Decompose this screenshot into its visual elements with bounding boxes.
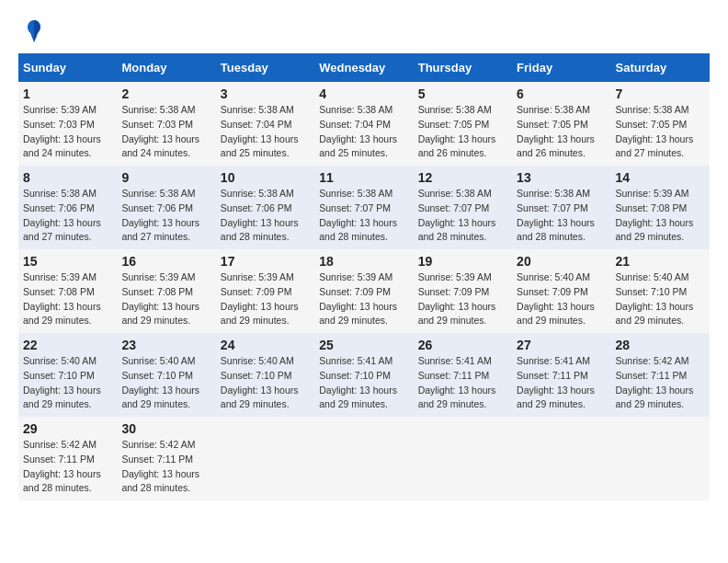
day-detail: Sunrise: 5:41 AMSunset: 7:11 PMDaylight:… bbox=[517, 355, 595, 409]
day-detail: Sunrise: 5:39 AMSunset: 7:03 PMDaylight:… bbox=[23, 104, 101, 158]
day-detail: Sunrise: 5:38 AMSunset: 7:04 PMDaylight:… bbox=[221, 104, 299, 158]
calendar-cell: 12 Sunrise: 5:38 AMSunset: 7:07 PMDaylig… bbox=[414, 166, 512, 249]
calendar-cell: 25 Sunrise: 5:41 AMSunset: 7:10 PMDaylig… bbox=[314, 333, 413, 417]
day-number: 30 bbox=[121, 421, 210, 436]
day-number: 28 bbox=[616, 338, 705, 352]
day-number: 23 bbox=[121, 338, 210, 352]
page-header bbox=[18, 18, 710, 44]
day-number: 1 bbox=[23, 86, 112, 101]
day-detail: Sunrise: 5:38 AMSunset: 7:05 PMDaylight:… bbox=[418, 104, 496, 158]
calendar-cell: 26 Sunrise: 5:41 AMSunset: 7:11 PMDaylig… bbox=[414, 333, 512, 417]
calendar-cell: 21 Sunrise: 5:40 AMSunset: 7:10 PMDaylig… bbox=[611, 249, 710, 333]
calendar-table: SundayMondayTuesdayWednesdayThursdayFrid… bbox=[18, 53, 710, 500]
weekday-header-saturday: Saturday bbox=[611, 53, 710, 82]
calendar-cell: 23 Sunrise: 5:40 AMSunset: 7:10 PMDaylig… bbox=[117, 333, 215, 417]
calendar-cell: 5 Sunrise: 5:38 AMSunset: 7:05 PMDayligh… bbox=[414, 82, 512, 166]
day-number: 22 bbox=[23, 338, 112, 352]
calendar-cell: 29 Sunrise: 5:42 AMSunset: 7:11 PMDaylig… bbox=[18, 417, 117, 500]
calendar-cell: 6 Sunrise: 5:38 AMSunset: 7:05 PMDayligh… bbox=[512, 82, 610, 166]
calendar-cell: 30 Sunrise: 5:42 AMSunset: 7:11 PMDaylig… bbox=[117, 417, 215, 500]
calendar-cell: 27 Sunrise: 5:41 AMSunset: 7:11 PMDaylig… bbox=[512, 333, 610, 417]
day-detail: Sunrise: 5:39 AMSunset: 7:08 PMDaylight:… bbox=[616, 188, 694, 242]
day-detail: Sunrise: 5:42 AMSunset: 7:11 PMDaylight:… bbox=[23, 439, 101, 493]
day-number: 11 bbox=[319, 170, 408, 185]
calendar-cell: 10 Sunrise: 5:38 AMSunset: 7:06 PMDaylig… bbox=[216, 166, 314, 249]
calendar-week-2: 8 Sunrise: 5:38 AMSunset: 7:06 PMDayligh… bbox=[18, 166, 710, 249]
day-detail: Sunrise: 5:39 AMSunset: 7:08 PMDaylight:… bbox=[121, 271, 199, 326]
day-number: 20 bbox=[517, 254, 606, 269]
calendar-cell: 7 Sunrise: 5:38 AMSunset: 7:05 PMDayligh… bbox=[611, 82, 710, 166]
calendar-cell: 3 Sunrise: 5:38 AMSunset: 7:04 PMDayligh… bbox=[216, 82, 314, 166]
day-number: 17 bbox=[221, 254, 310, 269]
day-detail: Sunrise: 5:40 AMSunset: 7:09 PMDaylight:… bbox=[517, 271, 595, 326]
day-number: 19 bbox=[418, 254, 507, 269]
calendar-cell: 19 Sunrise: 5:39 AMSunset: 7:09 PMDaylig… bbox=[414, 249, 512, 333]
day-number: 21 bbox=[616, 254, 705, 269]
day-number: 14 bbox=[616, 170, 705, 185]
day-detail: Sunrise: 5:38 AMSunset: 7:04 PMDaylight:… bbox=[319, 104, 397, 158]
calendar-week-4: 22 Sunrise: 5:40 AMSunset: 7:10 PMDaylig… bbox=[18, 333, 710, 417]
day-detail: Sunrise: 5:42 AMSunset: 7:11 PMDaylight:… bbox=[616, 355, 694, 409]
calendar-cell: 17 Sunrise: 5:39 AMSunset: 7:09 PMDaylig… bbox=[216, 249, 314, 333]
calendar-cell: 11 Sunrise: 5:38 AMSunset: 7:07 PMDaylig… bbox=[314, 166, 413, 249]
logo bbox=[18, 18, 47, 44]
day-detail: Sunrise: 5:39 AMSunset: 7:09 PMDaylight:… bbox=[221, 271, 299, 326]
day-number: 13 bbox=[517, 170, 606, 185]
calendar-header: SundayMondayTuesdayWednesdayThursdayFrid… bbox=[18, 53, 710, 82]
day-detail: Sunrise: 5:39 AMSunset: 7:08 PMDaylight:… bbox=[23, 271, 101, 326]
calendar-cell: 22 Sunrise: 5:40 AMSunset: 7:10 PMDaylig… bbox=[18, 333, 117, 417]
day-number: 27 bbox=[517, 338, 606, 352]
calendar-cell: 28 Sunrise: 5:42 AMSunset: 7:11 PMDaylig… bbox=[611, 333, 710, 417]
calendar-cell: 9 Sunrise: 5:38 AMSunset: 7:06 PMDayligh… bbox=[117, 166, 215, 249]
logo-icon bbox=[21, 18, 47, 44]
calendar-cell: 14 Sunrise: 5:39 AMSunset: 7:08 PMDaylig… bbox=[611, 166, 710, 249]
day-number: 18 bbox=[319, 254, 408, 269]
calendar-cell: 1 Sunrise: 5:39 AMSunset: 7:03 PMDayligh… bbox=[18, 82, 117, 166]
day-number: 25 bbox=[319, 338, 408, 352]
day-detail: Sunrise: 5:38 AMSunset: 7:05 PMDaylight:… bbox=[517, 104, 595, 158]
day-number: 12 bbox=[418, 170, 507, 185]
weekday-header-sunday: Sunday bbox=[18, 53, 117, 82]
weekday-header-thursday: Thursday bbox=[414, 53, 512, 82]
day-number: 26 bbox=[418, 338, 507, 352]
day-number: 4 bbox=[319, 86, 408, 101]
calendar-cell: 24 Sunrise: 5:40 AMSunset: 7:10 PMDaylig… bbox=[216, 333, 314, 417]
day-detail: Sunrise: 5:40 AMSunset: 7:10 PMDaylight:… bbox=[221, 355, 299, 409]
calendar-cell bbox=[414, 417, 512, 500]
day-number: 29 bbox=[23, 421, 112, 436]
day-detail: Sunrise: 5:38 AMSunset: 7:06 PMDaylight:… bbox=[23, 188, 101, 242]
day-detail: Sunrise: 5:38 AMSunset: 7:07 PMDaylight:… bbox=[418, 188, 496, 242]
weekday-header-friday: Friday bbox=[512, 53, 610, 82]
day-number: 3 bbox=[221, 86, 310, 101]
day-detail: Sunrise: 5:42 AMSunset: 7:11 PMDaylight:… bbox=[121, 439, 199, 493]
day-detail: Sunrise: 5:41 AMSunset: 7:11 PMDaylight:… bbox=[418, 355, 496, 409]
day-number: 9 bbox=[121, 170, 210, 185]
calendar-cell bbox=[611, 417, 710, 500]
day-detail: Sunrise: 5:40 AMSunset: 7:10 PMDaylight:… bbox=[23, 355, 101, 409]
calendar-cell: 13 Sunrise: 5:38 AMSunset: 7:07 PMDaylig… bbox=[512, 166, 610, 249]
calendar-week-5: 29 Sunrise: 5:42 AMSunset: 7:11 PMDaylig… bbox=[18, 417, 710, 500]
day-detail: Sunrise: 5:38 AMSunset: 7:03 PMDaylight:… bbox=[121, 104, 199, 158]
calendar-cell: 8 Sunrise: 5:38 AMSunset: 7:06 PMDayligh… bbox=[18, 166, 117, 249]
day-detail: Sunrise: 5:38 AMSunset: 7:06 PMDaylight:… bbox=[221, 188, 299, 242]
calendar-body: 1 Sunrise: 5:39 AMSunset: 7:03 PMDayligh… bbox=[18, 82, 710, 500]
calendar-cell: 16 Sunrise: 5:39 AMSunset: 7:08 PMDaylig… bbox=[117, 249, 215, 333]
calendar-cell: 4 Sunrise: 5:38 AMSunset: 7:04 PMDayligh… bbox=[314, 82, 413, 166]
day-number: 15 bbox=[23, 254, 112, 269]
day-number: 16 bbox=[121, 254, 210, 269]
calendar-cell bbox=[512, 417, 610, 500]
calendar-cell: 18 Sunrise: 5:39 AMSunset: 7:09 PMDaylig… bbox=[314, 249, 413, 333]
day-number: 5 bbox=[418, 86, 507, 101]
day-number: 7 bbox=[616, 86, 705, 101]
day-number: 10 bbox=[221, 170, 310, 185]
day-number: 2 bbox=[121, 86, 210, 101]
day-number: 6 bbox=[517, 86, 606, 101]
calendar-cell bbox=[216, 417, 314, 500]
day-detail: Sunrise: 5:38 AMSunset: 7:05 PMDaylight:… bbox=[616, 104, 694, 158]
weekday-header-tuesday: Tuesday bbox=[216, 53, 314, 82]
day-number: 24 bbox=[221, 338, 310, 352]
calendar-cell: 2 Sunrise: 5:38 AMSunset: 7:03 PMDayligh… bbox=[117, 82, 215, 166]
day-number: 8 bbox=[23, 170, 112, 185]
calendar-week-1: 1 Sunrise: 5:39 AMSunset: 7:03 PMDayligh… bbox=[18, 82, 710, 166]
day-detail: Sunrise: 5:38 AMSunset: 7:07 PMDaylight:… bbox=[517, 188, 595, 242]
